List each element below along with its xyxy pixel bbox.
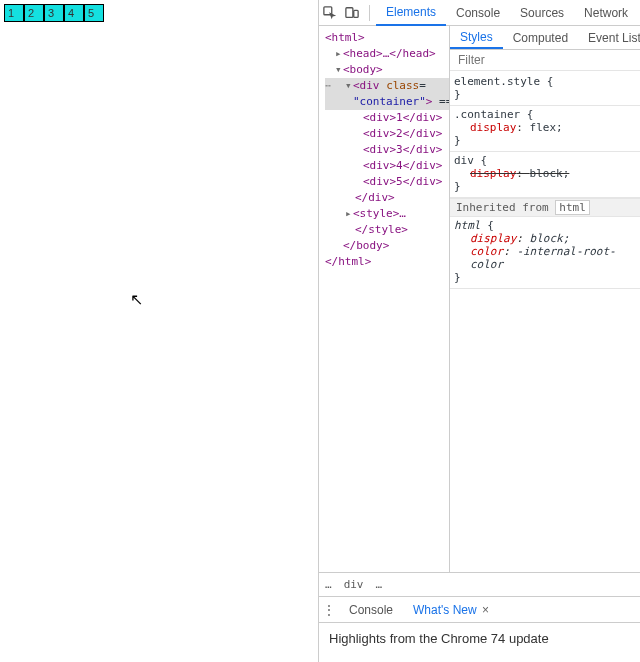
separator <box>369 5 370 21</box>
dom-node-container[interactable]: ⋯ ▾<div class= <box>325 78 449 94</box>
dom-node-child[interactable]: <div>3</div> <box>325 142 449 158</box>
dom-node-body-open[interactable]: ▾<body> <box>325 62 449 78</box>
inherited-source-link[interactable]: html <box>555 200 590 215</box>
inherited-from-bar: Inherited from html <box>450 198 640 217</box>
dom-node-html-open[interactable]: <html> <box>325 30 449 46</box>
dom-node-child[interactable]: <div>2</div> <box>325 126 449 142</box>
flex-container: 1 2 3 4 5 <box>0 0 318 26</box>
dom-node-container-close[interactable]: </div> <box>325 190 449 206</box>
rule-element-style[interactable]: element.style { } <box>450 73 640 106</box>
page-viewport: 1 2 3 4 5 ↖ <box>0 0 318 662</box>
cursor-icon: ↖ <box>130 290 143 309</box>
subtab-event-listeners[interactable]: Event Listen <box>578 26 640 49</box>
tab-network[interactable]: Network <box>574 0 638 26</box>
tab-console[interactable]: Console <box>446 0 510 26</box>
whats-new-headline: Highlights from the Chrome 74 update <box>329 631 549 646</box>
dom-node-child[interactable]: <div>4</div> <box>325 158 449 174</box>
breadcrumb[interactable]: … div … <box>319 572 640 596</box>
dom-node-head[interactable]: ▸<head>…</head> <box>325 46 449 62</box>
dom-node-child[interactable]: <div>1</div> <box>325 110 449 126</box>
styles-filter-input[interactable] <box>456 52 634 68</box>
drawer-more-button[interactable]: ⋮ <box>319 603 339 617</box>
tab-sources[interactable]: Sources <box>510 0 574 26</box>
dom-node-container-line2[interactable]: "container"> == $ <box>325 94 449 110</box>
dom-node-html-close[interactable]: </html> <box>325 254 449 270</box>
subtab-styles[interactable]: Styles <box>450 26 503 49</box>
flex-item: 2 <box>24 4 44 22</box>
flex-item: 3 <box>44 4 64 22</box>
svg-rect-1 <box>346 7 353 17</box>
style-rules: element.style { } .container { display: … <box>450 71 640 291</box>
dom-node-style-close[interactable]: </style> <box>325 222 449 238</box>
inspect-element-button[interactable] <box>319 2 341 24</box>
devtools-panel: Elements Console Sources Network <html> … <box>318 0 640 662</box>
devtools-body: <html> ▸<head>…</head> ▾<body> ⋯ ▾<div c… <box>319 26 640 572</box>
devtools-drawer: ⋮ Console What's New × Highlights from t… <box>319 596 640 662</box>
selected-node-gutter-icon: ⋯ <box>325 78 331 94</box>
drawer-tab-console[interactable]: Console <box>339 597 403 623</box>
breadcrumb-item[interactable]: div <box>344 578 364 591</box>
styles-panel: Styles Computed Event Listen element.sty… <box>449 26 640 572</box>
flex-item: 4 <box>64 4 84 22</box>
devtools-toolbar: Elements Console Sources Network <box>319 0 640 26</box>
elements-tree-panel: <html> ▸<head>…</head> ▾<body> ⋯ ▾<div c… <box>319 26 449 572</box>
flex-item: 1 <box>4 4 24 22</box>
dom-node-body-close[interactable]: </body> <box>325 238 449 254</box>
svg-rect-2 <box>354 10 358 17</box>
device-toolbar-button[interactable] <box>341 2 363 24</box>
styles-subtabs: Styles Computed Event Listen <box>450 26 640 50</box>
rule-html[interactable]: html { display: block; color: -internal-… <box>450 217 640 289</box>
dom-node-child[interactable]: <div>5</div> <box>325 174 449 190</box>
flex-item: 5 <box>84 4 104 22</box>
dom-node-style-open[interactable]: ▸<style>… <box>325 206 449 222</box>
subtab-computed[interactable]: Computed <box>503 26 578 49</box>
breadcrumb-ellipsis[interactable]: … <box>376 578 383 591</box>
close-icon[interactable]: × <box>480 603 489 617</box>
rule-container[interactable]: .container { display: flex; } <box>450 106 640 152</box>
tab-elements[interactable]: Elements <box>376 0 446 26</box>
styles-filter-row <box>450 50 640 71</box>
drawer-tabs: ⋮ Console What's New × <box>319 597 640 623</box>
rule-div[interactable]: div { display: block; } <box>450 152 640 198</box>
breadcrumb-ellipsis[interactable]: … <box>325 578 332 591</box>
dom-tree[interactable]: <html> ▸<head>…</head> ▾<body> ⋯ ▾<div c… <box>319 26 449 274</box>
drawer-tab-whats-new[interactable]: What's New × <box>403 597 499 623</box>
drawer-content: Highlights from the Chrome 74 update <box>319 623 640 662</box>
